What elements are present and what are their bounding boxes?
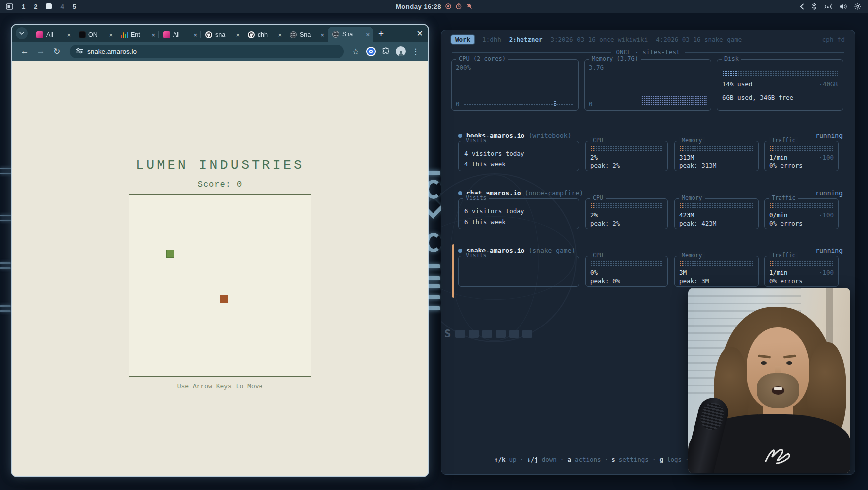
memory-spike (679, 145, 684, 152)
cpu-peak: peak: 2% (590, 162, 663, 169)
cpu-peak: peak: 2% (590, 220, 663, 227)
help-separator: · (605, 456, 608, 463)
wallpaper-line (0, 310, 11, 312)
browser-tab-4[interactable]: All × (159, 28, 201, 42)
tab-close-icon[interactable]: × (151, 32, 155, 38)
cpu-box: CPU 2% peak: 2% (585, 141, 668, 171)
reload-icon[interactable]: ↻ (50, 44, 64, 58)
globe-favicon-icon (290, 31, 297, 38)
bluetooth-icon[interactable] (812, 3, 816, 10)
dark-app-favicon-icon (79, 31, 86, 38)
help-desc: actions (575, 456, 601, 463)
traffic-rate: 1/min (769, 154, 788, 161)
tab-close-icon[interactable]: × (366, 31, 370, 38)
session-badge[interactable]: Work (451, 35, 474, 44)
game-board[interactable] (129, 194, 311, 377)
extensions-puzzle-icon[interactable] (379, 45, 392, 58)
memory-peak: peak: 313M (679, 162, 754, 169)
person-face (747, 327, 809, 409)
workspace-overview-icon[interactable] (6, 3, 13, 10)
traffic-box: Traffic 1/min·100 0% errors (764, 256, 839, 287)
terminal-tab-1[interactable]: 1:dhh (482, 36, 501, 43)
browser-tab-3[interactable]: Ent × (116, 28, 159, 42)
pink-app-favicon-icon (36, 31, 43, 38)
snake-game-page: LUMEN INDUSTRIES Score: 0 Use Arrow Keys… (12, 61, 428, 476)
browser-tab-2[interactable]: ON × (74, 28, 116, 42)
browser-tab-8-active[interactable]: Sna × (328, 27, 373, 42)
workspace-3-active[interactable] (46, 3, 52, 9)
wallpaper-glyph (427, 264, 440, 268)
network-icon[interactable] (824, 3, 832, 10)
wallpaper-glyph (427, 306, 440, 310)
cpu-box-title: CPU (590, 137, 606, 144)
password-manager-icon[interactable] (364, 45, 377, 58)
terminal-tab-2-active[interactable]: 2:hetzner (509, 36, 543, 43)
back-icon[interactable]: ← (18, 44, 32, 58)
workspace-5[interactable]: 5 (73, 3, 76, 10)
browser-tab-7[interactable]: Sna × (285, 28, 328, 42)
terminal-tab-4[interactable]: 4:2026-03-16-snake-game (656, 36, 742, 43)
tab-label: sna (215, 31, 233, 38)
browser-tab-5[interactable]: sna × (201, 28, 243, 42)
recording-icon (445, 3, 451, 9)
browser-menu-kebab-icon[interactable]: ⋮ (409, 45, 422, 58)
bookmark-star-icon[interactable]: ☆ (349, 45, 362, 58)
memory-usage-fill (641, 95, 707, 106)
visits-today: 6 visitors today (464, 206, 579, 217)
memory-peak: peak: 3M (679, 277, 754, 285)
tab-search-button[interactable] (16, 27, 28, 39)
volume-icon[interactable] (839, 3, 847, 10)
memory-min-label: 0 (589, 100, 593, 108)
tab-label: Ent (131, 31, 148, 38)
tab-close-icon[interactable]: × (236, 32, 240, 38)
site-row-books[interactable]: books.amaros.io (writebook) running Visi… (441, 132, 855, 183)
forward-icon[interactable]: → (34, 44, 48, 58)
disk-usage-bar (722, 71, 838, 77)
watermark-letter: S (444, 327, 452, 340)
traffic-errors: 0% errors (769, 277, 834, 285)
site-row-chat[interactable]: chat.amaros.io (once-campfire) running V… (441, 189, 855, 241)
workspace-4[interactable]: 4 (60, 3, 64, 10)
traffic-spike (769, 260, 774, 267)
traffic-spike (769, 145, 774, 152)
wallpaper-glyph (427, 284, 440, 288)
tab-close-icon[interactable]: × (193, 32, 197, 38)
browser-tab-1[interactable]: All × (32, 28, 74, 42)
memory-spike (679, 260, 684, 267)
terminal-tab-3[interactable]: 3:2026-03-16-once-wikiwiki (550, 36, 648, 43)
notifications-muted-icon (466, 3, 472, 9)
github-favicon-icon (248, 31, 255, 38)
memory-value: 3M (679, 269, 687, 276)
cpu-spike (590, 203, 595, 209)
settings-gear-icon[interactable] (854, 3, 861, 10)
traffic-box: Traffic 0/min·100 0% errors (764, 198, 839, 229)
tab-label: Sna (300, 31, 317, 38)
browser-tab-6[interactable]: dhh × (243, 28, 285, 42)
site-status-dot (458, 191, 462, 195)
tab-label: All (46, 31, 64, 38)
chevron-left-icon[interactable] (800, 3, 804, 10)
url-text[interactable]: snake.amaros.io (87, 48, 137, 55)
memory-value: 423M (679, 211, 694, 219)
terminal-tab-bar: Work 1:dhh 2:hetzner 3:2026-03-16-once-w… (451, 35, 845, 44)
profile-avatar-icon[interactable] (394, 45, 407, 58)
cpu-value: 2% (590, 154, 598, 161)
window-close-button[interactable]: ✕ (417, 29, 423, 38)
address-bar[interactable]: snake.amaros.io (70, 45, 344, 58)
new-tab-button[interactable]: + (378, 28, 384, 39)
workspace-2[interactable]: 2 (34, 3, 37, 10)
site-settings-icon[interactable] (76, 47, 83, 56)
help-key: ↓/j (527, 456, 538, 463)
browser-window: All × ON × Ent × All × sna × (12, 25, 428, 476)
tab-strip: All × ON × Ent × All × sna × (12, 25, 428, 42)
timer-icon (456, 3, 462, 9)
tab-close-icon[interactable]: × (67, 32, 71, 38)
memory-value: 313M (679, 154, 694, 161)
memory-box-title: Memory (679, 194, 705, 201)
desktop: 1 2 4 5 Monday 16:28 (0, 0, 868, 490)
workspace-1[interactable]: 1 (22, 3, 25, 10)
tab-close-icon[interactable]: × (109, 32, 113, 38)
tab-close-icon[interactable]: × (278, 32, 282, 38)
tab-close-icon[interactable]: × (320, 32, 324, 38)
memory-box-title: Memory (679, 252, 705, 259)
